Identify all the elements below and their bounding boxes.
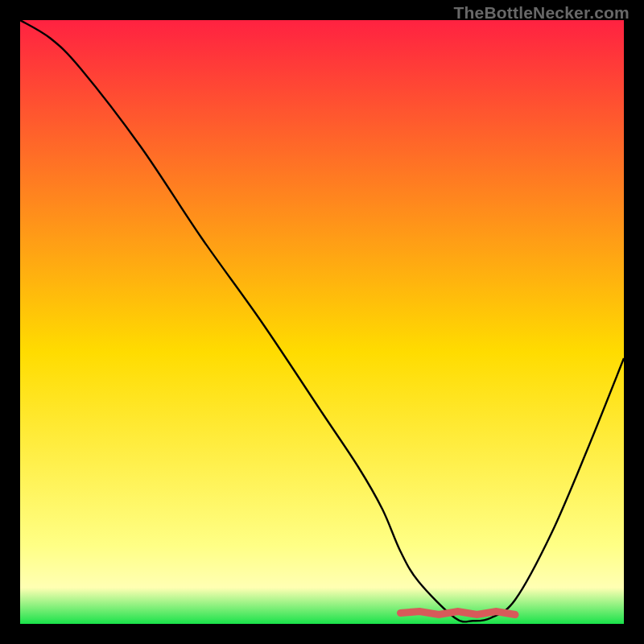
chart-container: TheBottleNecker.com <box>0 0 644 644</box>
optimal-region-marker <box>401 612 516 615</box>
bottleneck-chart <box>20 20 624 624</box>
gradient-background <box>20 20 624 624</box>
